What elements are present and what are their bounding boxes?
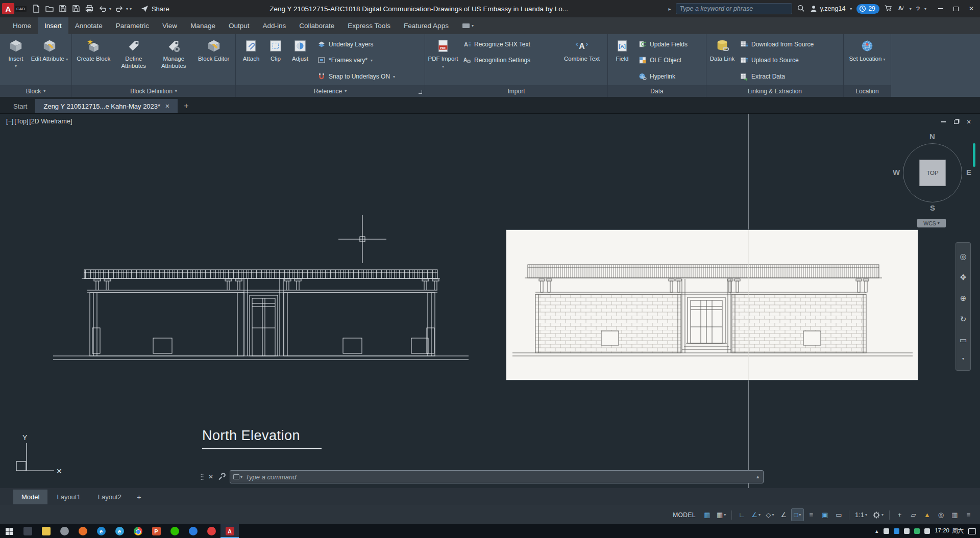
netease-music-button[interactable]: [202, 524, 220, 538]
command-line-customize-icon[interactable]: [217, 473, 226, 481]
annotation-scale-control[interactable]: 1:1▾: [853, 508, 869, 521]
save-as-button[interactable]: [71, 4, 81, 14]
powerpoint-button[interactable]: P: [147, 524, 165, 538]
viewcube-west[interactable]: W: [893, 168, 900, 176]
object-snap-toggle[interactable]: □▾: [791, 508, 804, 521]
file-tab-drawing[interactable]: Zeng Y 210512715...e Kahn-May 2023* ✕: [35, 99, 178, 113]
panel-label-reference[interactable]: Reference▾: [236, 85, 425, 97]
redo-dropdown[interactable]: ▾: [126, 7, 128, 11]
pdf-import-button[interactable]: PDF Import ▾: [427, 36, 459, 85]
viewcube-north[interactable]: N: [929, 132, 935, 141]
undo-button[interactable]: [98, 4, 108, 14]
share-button[interactable]: Share: [140, 4, 169, 13]
edge-button[interactable]: e: [92, 524, 110, 538]
manage-attributes-button[interactable]: Manage Attributes: [154, 36, 194, 85]
redo-button[interactable]: [115, 4, 125, 14]
help-dropdown-icon[interactable]: ▾: [924, 7, 926, 11]
command-line-close-icon[interactable]: ✕: [208, 473, 213, 480]
search-input[interactable]: [680, 5, 788, 12]
selection-cycling-toggle[interactable]: ▣: [819, 508, 831, 521]
search-expand-icon[interactable]: ▸: [669, 6, 671, 12]
panel-label-data[interactable]: Data: [608, 85, 706, 97]
tab-manage[interactable]: Manage: [184, 17, 222, 34]
command-input[interactable]: [246, 473, 752, 481]
reference-dialog-launcher[interactable]: [419, 90, 422, 94]
wechat-button[interactable]: [165, 524, 184, 538]
new-file-tab-button[interactable]: +: [178, 99, 194, 113]
maximize-button[interactable]: [948, 0, 964, 17]
define-attributes-button[interactable]: Define Attributes: [114, 36, 154, 85]
file-tab-start[interactable]: Start: [5, 99, 35, 113]
pan-icon[interactable]: ✥: [960, 273, 967, 282]
navbar-customize-icon[interactable]: ▾: [962, 356, 964, 361]
workspace-switching-control[interactable]: ▾: [870, 508, 886, 521]
attach-button[interactable]: Attach: [237, 36, 265, 85]
panel-label-block-definition[interactable]: Block Definition▾: [72, 85, 235, 97]
firefox-button[interactable]: [74, 524, 92, 538]
viewport-minimize-control[interactable]: [−]: [6, 118, 13, 125]
tab-insert[interactable]: Insert: [38, 17, 68, 34]
show-motion-icon[interactable]: ▭: [960, 336, 967, 345]
ribbon-display-toggle[interactable]: ▾: [459, 17, 477, 34]
set-location-button[interactable]: Set Location ▾: [847, 36, 888, 85]
tab-layout2[interactable]: Layout2: [90, 490, 130, 504]
adjust-button[interactable]: Adjust: [286, 36, 314, 85]
viewport-visual-style-control[interactable]: [2D Wireframe]: [29, 118, 72, 125]
frames-dropdown[interactable]: *Frames vary* ▾: [314, 53, 423, 68]
app-dropdown-icon[interactable]: ▾: [910, 7, 912, 11]
create-block-button[interactable]: Create Block: [74, 36, 114, 85]
command-history-icon[interactable]: ▲: [755, 474, 760, 479]
network-tray-icon[interactable]: [924, 528, 930, 534]
recent-commands-icon[interactable]: ▾: [233, 474, 242, 479]
download-from-source-button[interactable]: Download from Source: [737, 37, 841, 52]
autocad-taskbar-button[interactable]: A: [220, 524, 239, 538]
viewcube-east[interactable]: E: [966, 168, 971, 176]
panel-label-linking[interactable]: Linking & Extraction: [706, 85, 843, 97]
trial-days-badge[interactable]: 29: [856, 4, 879, 14]
new-layout-button[interactable]: +: [131, 493, 148, 501]
recognize-shx-text-button[interactable]: Recognize SHX Text: [459, 37, 559, 52]
minimize-button[interactable]: [933, 0, 948, 17]
new-drawing-button[interactable]: [32, 4, 41, 14]
tab-layout1[interactable]: Layout1: [48, 490, 88, 504]
tab-featured-apps[interactable]: Featured Apps: [397, 17, 455, 34]
object-snap-tracking-toggle[interactable]: ∠: [777, 508, 790, 521]
tab-parametric[interactable]: Parametric: [109, 17, 156, 34]
search-icon[interactable]: [797, 4, 805, 14]
combine-text-button[interactable]: Combine Text: [559, 36, 604, 85]
panel-label-location[interactable]: Location: [844, 85, 891, 97]
ortho-mode-toggle[interactable]: ∟: [736, 508, 748, 521]
panel-label-import[interactable]: Import: [425, 85, 607, 97]
command-line-grip[interactable]: [200, 473, 204, 481]
file-tab-close-icon[interactable]: ✕: [165, 103, 169, 110]
chrome-button[interactable]: [129, 524, 147, 538]
wcs-dropdown[interactable]: WCS▾: [917, 219, 946, 227]
zoom-extents-icon[interactable]: ⊕: [960, 294, 967, 303]
grid-display-toggle[interactable]: ▦: [701, 508, 714, 521]
undo-dropdown[interactable]: ▾: [109, 7, 111, 11]
recognition-settings-button[interactable]: Recognition Settings: [459, 53, 559, 68]
tab-annotate[interactable]: Annotate: [68, 17, 109, 34]
tab-output[interactable]: Output: [222, 17, 256, 34]
tray-expand-icon[interactable]: ▲: [874, 529, 879, 534]
tab-view[interactable]: View: [156, 17, 184, 34]
scrollbar-thumb[interactable]: [973, 143, 975, 167]
update-fields-button[interactable]: Update Fields: [635, 37, 704, 52]
snap-mode-toggle[interactable]: ▦▾: [715, 508, 728, 521]
command-input-box[interactable]: ▾ ▲: [230, 470, 764, 483]
clock-tray[interactable]: 17:20 周六: [935, 527, 964, 535]
tab-collaborate[interactable]: Collaborate: [292, 17, 341, 34]
help-search-box[interactable]: [676, 3, 792, 14]
viewport-view-control[interactable]: [Top]: [14, 118, 28, 125]
field-button[interactable]: Field: [609, 36, 635, 85]
wechat-tray-icon[interactable]: [914, 528, 920, 534]
isolate-objects-toggle[interactable]: ◎: [935, 508, 947, 521]
snap-to-underlays-dropdown[interactable]: Snap to Underlays ON ▾: [314, 69, 423, 84]
tab-add-ins[interactable]: Add-ins: [256, 17, 292, 34]
task-view-button[interactable]: [18, 524, 37, 538]
tab-model[interactable]: Model: [13, 490, 47, 504]
plot-button[interactable]: [85, 4, 94, 14]
customize-menu-button[interactable]: ≡: [962, 508, 975, 521]
application-menu-button[interactable]: A CAD: [2, 3, 27, 14]
signed-in-user[interactable]: y.zeng14: [810, 5, 846, 13]
